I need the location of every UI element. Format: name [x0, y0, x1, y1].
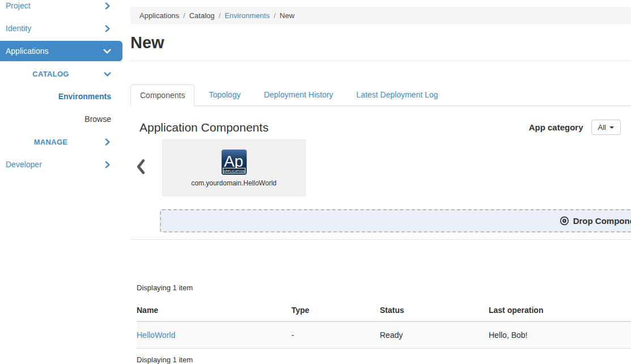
breadcrumb-item-applications: Applications: [139, 11, 179, 20]
sidebar: Project Identity Applications CATALOG En…: [0, 0, 122, 176]
sidebar-group-label: CATALOG: [6, 70, 104, 78]
tab-label[interactable]: Latest Deployment Log: [348, 84, 447, 105]
tab-bar: Components Topology Deployment History L…: [130, 84, 631, 106]
tab-deployment-history[interactable]: Deployment History: [255, 84, 342, 106]
components-table: Name Type Status Last operation HelloWor…: [137, 302, 631, 349]
breadcrumb-link-environments[interactable]: Environments: [225, 11, 269, 20]
sidebar-item-developer[interactable]: Developer: [0, 153, 122, 176]
chevron-right-icon: [104, 2, 111, 10]
sidebar-item-label: Applications: [6, 46, 49, 56]
drop-target-icon: [560, 216, 569, 226]
breadcrumb-item-new: New: [279, 11, 294, 20]
application-icon: Ap APPLICATION: [221, 149, 247, 175]
component-card-name: com.yourdomain.HelloWorld: [191, 179, 277, 187]
column-header-last-operation: Last operation: [489, 302, 631, 321]
components-panel-header: Application Components App category All: [139, 120, 631, 135]
chevron-right-icon: [104, 25, 111, 32]
components-carousel: Ap APPLICATION com.yourdomain.HelloWorld: [130, 139, 631, 196]
cell-type: -: [291, 321, 380, 349]
sidebar-group-label: MANAGE: [6, 138, 104, 146]
breadcrumb-separator: /: [183, 11, 185, 20]
breadcrumb-separator: /: [274, 11, 276, 20]
tab-topology[interactable]: Topology: [200, 84, 249, 106]
column-header-type: Type: [291, 302, 380, 321]
sidebar-item-label: Developer: [6, 160, 42, 169]
app-category-dropdown[interactable]: All: [591, 120, 621, 135]
carousel-prev-button[interactable]: [136, 159, 147, 176]
drop-zone-label: Drop Components here: [573, 216, 631, 226]
chevron-left-icon: [136, 159, 146, 174]
cell-name: HelloWorld: [137, 321, 291, 349]
chevron-down-icon: [103, 47, 111, 55]
column-header-status: Status: [380, 302, 489, 321]
table-caption-bottom: Displaying 1 item: [137, 355, 631, 364]
tab-label[interactable]: Topology: [200, 84, 249, 105]
tab-components[interactable]: Components: [130, 84, 194, 106]
caret-down-icon: [609, 126, 614, 129]
tab-label[interactable]: Deployment History: [255, 84, 342, 105]
cell-status: Ready: [380, 321, 489, 349]
sidebar-item-label: Identity: [6, 24, 31, 33]
application-component-card[interactable]: Ap APPLICATION com.yourdomain.HelloWorld: [162, 139, 306, 196]
cell-last-operation: Hello, Bob!: [489, 321, 631, 349]
sidebar-item-label: Browse: [6, 115, 111, 124]
sidebar-item-label: Environments: [6, 92, 111, 101]
breadcrumb: Applications / Catalog / Environments / …: [130, 7, 631, 24]
table-row: HelloWorld - Ready Hello, Bob!: [137, 321, 631, 349]
sidebar-item-browse[interactable]: Browse: [0, 108, 122, 130]
breadcrumb-item-catalog: Catalog: [189, 11, 215, 20]
components-heading: Application Components: [139, 121, 269, 134]
table-caption-top: Displaying 1 item: [137, 283, 631, 292]
app-category-filter: App category All: [529, 120, 621, 135]
app-category-label: App category: [529, 122, 583, 132]
component-drop-zone[interactable]: Drop Components here: [160, 209, 631, 232]
svg-text:Ap: Ap: [223, 153, 243, 170]
chevron-right-icon: [104, 138, 111, 146]
tab-label[interactable]: Components: [130, 84, 194, 106]
chevron-right-icon: [104, 161, 111, 168]
sidebar-item-label: Project: [6, 1, 31, 10]
main-content: Applications / Catalog / Environments / …: [130, 7, 631, 364]
breadcrumb-separator: /: [219, 11, 221, 20]
sidebar-item-project[interactable]: Project: [0, 0, 122, 17]
tab-latest-deployment-log[interactable]: Latest Deployment Log: [348, 84, 447, 106]
table-header-row: Name Type Status Last operation: [137, 302, 631, 321]
page-title: New: [130, 33, 631, 52]
component-link[interactable]: HelloWorld: [137, 331, 175, 340]
column-header-name: Name: [137, 302, 291, 321]
sidebar-group-manage[interactable]: MANAGE: [0, 130, 122, 153]
title-divider: [130, 61, 631, 61]
svg-text:APPLICATION: APPLICATION: [223, 169, 244, 172]
app-category-selected-value: All: [598, 123, 606, 132]
sidebar-item-environments[interactable]: Environments: [0, 85, 122, 108]
panel-divider: [130, 239, 631, 240]
sidebar-item-applications[interactable]: Applications: [0, 41, 122, 61]
sidebar-item-identity[interactable]: Identity: [0, 17, 122, 40]
chevron-down-icon: [104, 70, 111, 78]
components-table-section: Displaying 1 item Name Type Status Last …: [137, 283, 631, 364]
sidebar-group-catalog[interactable]: CATALOG: [0, 62, 122, 85]
